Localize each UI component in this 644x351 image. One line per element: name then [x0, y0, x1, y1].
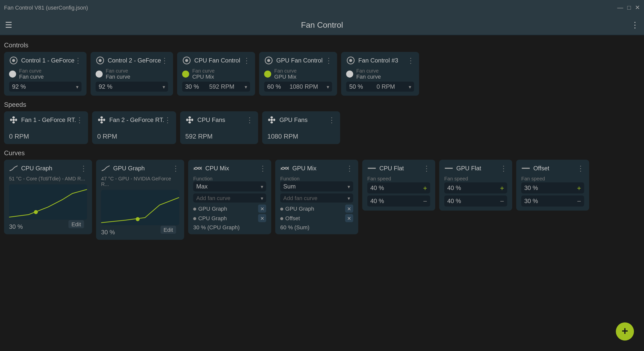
- cpu-mix-function-dropdown[interactable]: Max ▾: [193, 181, 266, 192]
- menu-icon[interactable]: ☰: [5, 20, 12, 30]
- cpu-fans-more-icon[interactable]: ⋮: [246, 116, 253, 124]
- cpu-graph-edit-button[interactable]: Edit: [68, 220, 84, 228]
- header-more-icon[interactable]: ⋮: [631, 20, 639, 30]
- svg-point-10: [12, 119, 15, 121]
- gpu-fan-control-more-icon[interactable]: ⋮: [325, 56, 332, 65]
- control-2-dropdown[interactable]: 92 % ▾: [96, 82, 168, 92]
- minimize-button[interactable]: —: [617, 4, 623, 11]
- speed-card-cpu-fans: CPU Fans ⋮ 592 RPM: [180, 111, 258, 144]
- control-1-more-icon[interactable]: ⋮: [74, 56, 82, 65]
- fan2-rpm: 0 RPM: [97, 133, 171, 140]
- svg-point-17: [103, 119, 105, 121]
- fan-control-3-icon: [346, 56, 355, 65]
- gpu-fan-control-dropdown[interactable]: 60 % 1080 RPM ▾: [264, 82, 332, 92]
- control-2-toggle[interactable]: [96, 70, 103, 77]
- cpu-mix-title: CPU Mix: [205, 165, 229, 172]
- svg-point-7: [267, 59, 270, 62]
- cpu-mix-icon: [193, 164, 202, 173]
- gpu-graph-edit-button[interactable]: Edit: [161, 226, 176, 234]
- cpu-fan-control-more-icon[interactable]: ⋮: [243, 56, 250, 65]
- gpu-flat-fan-speed-row: 40 % +: [444, 182, 507, 194]
- svg-point-27: [273, 119, 275, 121]
- svg-point-26: [271, 116, 273, 118]
- gpu-flat-title: GPU Flat: [456, 165, 481, 172]
- gpu-flat-fan-speed-label: Fan speed: [444, 176, 507, 181]
- gpu-graph-curve-more-icon[interactable]: ⋮: [172, 164, 179, 172]
- fan2-icon: [97, 115, 106, 124]
- offset-icon: [521, 164, 530, 173]
- cpu-mix-function-label: Function: [193, 176, 266, 181]
- gpu-mix-remove-gpu-graph-button[interactable]: ✕: [345, 205, 353, 213]
- curve-card-gpu-mix: GPU Mix ⋮ Function Sum ▾ Add fan curve ▾…: [275, 160, 358, 234]
- cpu-fans-icon: [185, 115, 194, 124]
- fan-control-3-more-icon[interactable]: ⋮: [407, 56, 414, 65]
- gpu-flat-more-icon[interactable]: ⋮: [500, 164, 507, 172]
- gpu-graph-subtitle: 47 °C - GPU - NVIDIA GeForce R...: [101, 176, 179, 187]
- fan2-more-icon[interactable]: ⋮: [164, 116, 171, 124]
- titlebar: Fan Control V81 (userConfig.json) — □ ✕: [0, 0, 644, 15]
- curve-card-cpu-mix: CPU Mix ⋮ Function Max ▾ Add fan curve ▾…: [188, 160, 271, 234]
- app-title: Fan Control: [301, 20, 343, 29]
- control-card-gpu: GPU Fan Control ⋮ Fan curve GPU Mix 60 %…: [259, 52, 337, 96]
- gpu-mix-remove-offset-button[interactable]: ✕: [345, 214, 353, 222]
- svg-point-5: [185, 59, 188, 62]
- maximize-button[interactable]: □: [627, 4, 631, 11]
- control-card-1: Control 1 - GeForce ⋮ Fan curve Fan curv…: [4, 52, 87, 96]
- control-2-more-icon[interactable]: ⋮: [161, 56, 168, 65]
- cpu-mix-more-icon[interactable]: ⋮: [259, 164, 266, 172]
- cpu-mix-tag-cpu-graph: CPU Graph ✕: [193, 214, 266, 222]
- cpu-flat-more-icon[interactable]: ⋮: [423, 164, 430, 172]
- cpu-mix-remove-cpu-graph-button[interactable]: ✕: [258, 214, 266, 222]
- svg-point-15: [100, 119, 103, 121]
- gpu-flat-decrease-button[interactable]: −: [500, 197, 504, 205]
- gpu-flat-increase-button[interactable]: +: [500, 184, 504, 192]
- cpu-flat-fan-speed-label: Fan speed: [367, 176, 430, 181]
- cpu-flat-fan-speed-value: 40 %: [370, 184, 384, 192]
- fan-control-3-toggle[interactable]: [346, 70, 353, 77]
- cpu-mix-summary: 30 % (CPU Graph): [193, 224, 266, 230]
- cpu-mix-remove-gpu-graph-button[interactable]: ✕: [258, 205, 266, 213]
- fan-control-3-dropdown[interactable]: 50 % 0 RPM ▾: [346, 82, 414, 92]
- control-1-toggle[interactable]: [9, 70, 16, 77]
- offset-title: Offset: [533, 165, 549, 172]
- window-controls[interactable]: — □ ✕: [617, 4, 640, 11]
- speed-card-fan1: Fan 1 - GeForce RT. ⋮ 0 RPM: [4, 111, 88, 144]
- cpu-graph-curve-more-icon[interactable]: ⋮: [80, 164, 87, 172]
- cpu-flat-increase-button[interactable]: +: [423, 184, 427, 192]
- cpu-mix-add-fan-dropdown[interactable]: Add fan curve ▾: [193, 194, 266, 203]
- svg-rect-32: [101, 190, 179, 225]
- close-button[interactable]: ✕: [635, 4, 640, 11]
- cpu-fan-control-icon: [182, 56, 191, 65]
- gpu-fans-more-icon[interactable]: ⋮: [328, 116, 335, 124]
- cpu-flat-title: CPU Flat: [379, 165, 404, 172]
- cpu-graph-curve-icon: [9, 164, 18, 173]
- offset-decrease-button[interactable]: −: [577, 197, 581, 205]
- control-1-dropdown[interactable]: 92 % ▾: [9, 82, 82, 92]
- gpu-mix-function-dropdown[interactable]: Sum ▾: [280, 181, 353, 192]
- gpu-fans-title: GPU Fans: [279, 116, 308, 123]
- gpu-fan-control-toggle[interactable]: [264, 70, 271, 77]
- cpu-fan-control-dropdown[interactable]: 30 % 592 RPM ▾: [182, 82, 250, 92]
- cpu-graph-area: [9, 184, 87, 220]
- gpu-mix-tag-gpu-graph: GPU Graph ✕: [280, 205, 353, 213]
- gpu-mix-more-icon[interactable]: ⋮: [346, 164, 353, 172]
- fan2-title: Fan 2 - GeForce RT.: [109, 116, 164, 123]
- offset-more-icon[interactable]: ⋮: [577, 164, 584, 172]
- offset-increase-button[interactable]: +: [577, 184, 581, 192]
- cpu-fans-title: CPU Fans: [197, 116, 225, 123]
- gpu-graph-pct: 30 %: [101, 229, 115, 236]
- fan1-more-icon[interactable]: ⋮: [76, 116, 83, 124]
- svg-point-1: [12, 59, 15, 62]
- svg-point-20: [188, 119, 191, 121]
- speeds-row: Fan 1 - GeForce RT. ⋮ 0 RPM: [4, 111, 640, 144]
- cpu-fan-control-toggle[interactable]: [182, 70, 189, 77]
- control-card-3: Fan Control #3 ⋮ Fan curve Fan curve 50 …: [341, 52, 419, 96]
- controls-section-label: Controls: [4, 41, 640, 49]
- gpu-graph-curve-title: GPU Graph: [113, 165, 145, 172]
- cpu-flat-decrease-button[interactable]: −: [423, 197, 427, 205]
- speeds-section-label: Speeds: [4, 101, 640, 108]
- gpu-mix-add-fan-dropdown[interactable]: Add fan curve ▾: [280, 194, 353, 203]
- add-fab-button[interactable]: +: [616, 323, 634, 341]
- svg-point-25: [271, 119, 273, 121]
- curve-card-cpu-flat: CPU Flat ⋮ Fan speed 40 % + 40 % −: [362, 160, 435, 211]
